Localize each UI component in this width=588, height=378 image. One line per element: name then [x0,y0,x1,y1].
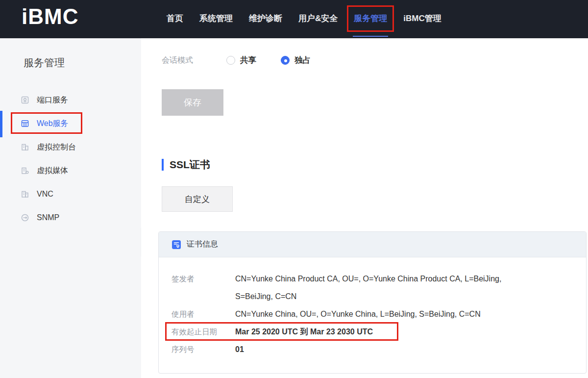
serial-value: 01 [235,341,244,358]
nav-item-user-security[interactable]: 用户&安全 [298,13,338,24]
section-accent-bar [162,159,164,171]
ibmc-logo: iBMC [22,6,78,27]
cert-row-subject: 使用者 CN=Yunke China, OU=, O=Yunke China, … [172,305,573,323]
radio-exclusive-circle[interactable] [281,56,290,65]
subject-value: CN=Yunke China, OU=, O=Yunke China, L=Be… [235,305,481,323]
sidebar-item-vnc[interactable]: VNC [0,182,141,206]
ssl-section-title: SSL证书 [170,158,210,172]
virtual-media-icon [21,166,29,175]
sidebar-item-virtual-media[interactable]: 虚拟媒体 [0,159,141,182]
top-navigation: 首页 系统管理 维护诊断 用户&安全 服务管理 iBMC管理 [167,13,441,24]
sidebar-item-web-service[interactable]: Web服务 [0,112,141,135]
certificate-panel-body: 签发者 CN=Yunke China Product CA, OU=, O=Yu… [159,257,586,358]
snmp-icon [21,213,29,222]
certificate-info-panel: 证书信息 签发者 CN=Yunke China Product CA, OU=,… [158,231,587,374]
issuer-value: CN=Yunke China Product CA, OU=, O=Yunke … [235,270,501,305]
nav-item-service-active[interactable]: 服务管理 [354,13,387,24]
sidebar-title: 服务管理 [0,38,141,70]
sidebar-item-label: VNC [37,190,53,199]
validity-value: Mar 25 2020 UTC 到 Mar 23 2030 UTC [235,323,373,341]
radio-shared-circle[interactable] [226,56,235,65]
active-item-bar [0,111,2,137]
save-button[interactable]: 保存 [162,89,223,116]
active-nav-underline [353,36,388,37]
vnc-icon [21,190,29,199]
certificate-icon [172,240,181,250]
certificate-panel-header: 证书信息 [159,232,586,257]
ssl-section-header: SSL证书 [162,158,588,172]
validity-label: 有效起止日期 [172,323,235,341]
sidebar: 服务管理 端口服务 Web服务 [0,38,141,378]
session-mode-radio-group: 共享 独占 [226,55,311,66]
certificate-panel-title: 证书信息 [187,239,218,250]
sidebar-item-port-service[interactable]: 端口服务 [0,88,141,112]
radio-shared-label: 共享 [240,55,256,66]
issuer-label: 签发者 [172,270,235,305]
radio-exclusive[interactable]: 独占 [281,55,311,66]
sidebar-item-snmp[interactable]: SNMP [0,206,141,229]
nav-item-system[interactable]: 系统管理 [199,13,233,24]
session-mode-row: 会话模式 共享 独占 [162,55,588,66]
issuer-value-line1: CN=Yunke China Product CA, OU=, O=Yunke … [235,270,501,288]
sidebar-item-label: SNMP [37,213,59,222]
main-content: 会话模式 共享 独占 保存 SSL证书 自定义 [141,38,588,378]
sidebar-item-virtual-console[interactable]: 虚拟控制台 [0,135,141,159]
radio-shared[interactable]: 共享 [226,55,256,66]
issuer-value-line2: S=BeiJing, C=CN [235,288,501,305]
virtual-console-icon [21,143,29,151]
top-header: iBMC 首页 系统管理 维护诊断 用户&安全 服务管理 iBMC管理 [0,0,588,38]
sidebar-item-label: 虚拟媒体 [37,166,68,176]
radio-exclusive-label: 独占 [294,55,311,66]
port-service-icon [21,96,29,104]
annotation-redbox-web-service [11,112,82,134]
sidebar-item-label: 虚拟控制台 [37,142,76,152]
nav-item-home[interactable]: 首页 [167,13,183,24]
subject-label: 使用者 [172,305,235,323]
session-mode-label: 会话模式 [162,55,226,66]
nav-item-maintenance[interactable]: 维护诊断 [249,13,282,24]
sidebar-item-label: 端口服务 [37,95,68,105]
cert-row-serial: 序列号 01 [172,341,573,358]
serial-label: 序列号 [172,341,235,358]
nav-item-ibmc-mgmt[interactable]: iBMC管理 [403,13,441,24]
cert-row-issuer: 签发者 CN=Yunke China Product CA, OU=, O=Yu… [172,270,573,305]
cert-row-validity: 有效起止日期 Mar 25 2020 UTC 到 Mar 23 2030 UTC [172,323,573,341]
sidebar-menu: 端口服务 Web服务 虚拟控制台 [0,88,141,229]
annotation-redbox-nav [347,5,394,32]
custom-certificate-button[interactable]: 自定义 [162,186,233,212]
